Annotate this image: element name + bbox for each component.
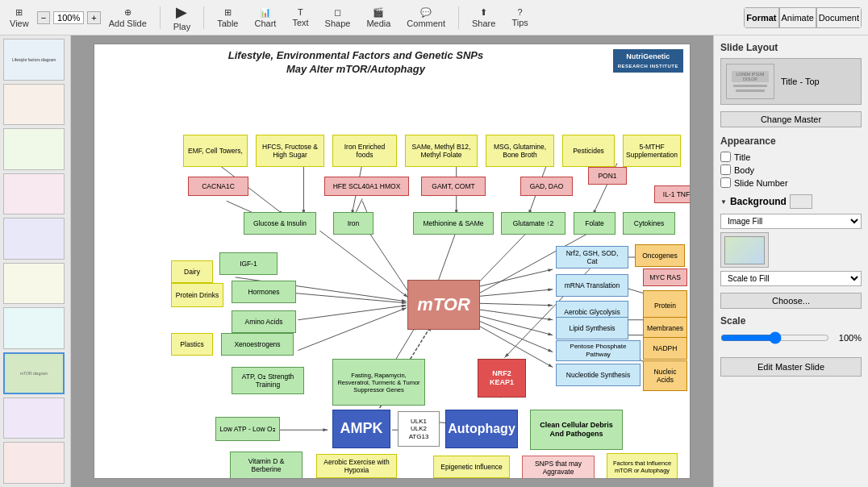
svg-line-17 — [298, 306, 406, 320]
image-fill-row: Image Fill — [720, 214, 862, 229]
scale-slider[interactable] — [720, 331, 829, 344]
ulk-box: ULK1 ULK2 ATG13 — [398, 411, 440, 447]
snps-box: SNPS that may Aggravate — [522, 456, 595, 479]
mrna-box: mRNA Translation — [556, 274, 628, 297]
format-tab[interactable]: Format — [744, 7, 778, 28]
nadph-box: NADPH — [643, 337, 687, 360]
slide-number-checkbox[interactable] — [720, 177, 731, 188]
slide-thumb-9[interactable]: 9 — [3, 398, 65, 439]
slide-layout-title: Slide Layout — [720, 42, 862, 53]
tips-button[interactable]: ? Tips — [508, 6, 531, 29]
play-button[interactable]: ▶ Play — [170, 2, 194, 33]
add-slide-button[interactable]: ⊕ Add Slide — [106, 6, 150, 30]
share-icon: ⬆ — [480, 7, 487, 18]
slide-content: Lifestyle, Environmental Factors and Gen… — [94, 44, 691, 479]
svg-line-10 — [319, 231, 408, 298]
background-color-swatch[interactable] — [790, 194, 812, 209]
title-checkbox-row: Title — [720, 152, 862, 162]
shape-icon: ◻ — [334, 7, 341, 18]
title-checkbox[interactable] — [720, 152, 731, 162]
slide-thumb-content-6 — [4, 264, 64, 304]
slide-thumb-content-5 — [4, 219, 64, 259]
view-button[interactable]: ⊞ View — [6, 6, 32, 30]
body-checkbox[interactable] — [720, 164, 731, 175]
appearance-section: Appearance Title Body Slide Number — [720, 135, 862, 188]
document-tab[interactable]: Document — [816, 7, 862, 28]
plastics-box: Plastics — [171, 333, 213, 356]
edit-master-slide-button[interactable]: Edit Master Slide — [720, 357, 862, 377]
slide-thumb-content-3 — [4, 129, 64, 169]
scale-to-fill-dropdown[interactable]: Scale to Fill — [720, 271, 862, 286]
fivemthf-box: 5-MTHF Supplementation — [623, 135, 681, 167]
nucleic-acids-box: Nucleic Acids — [643, 360, 687, 391]
emf-box: EMF, Cell Towers, — [183, 135, 248, 167]
aerobic-exercise-box: Aerobic Exercise with Hypoxia — [316, 454, 397, 478]
table-button[interactable]: ⊞ Table — [214, 6, 241, 30]
body-checkbox-row: Body — [720, 164, 862, 175]
low-atp-box: Low ATP - Low O₂ — [215, 417, 280, 441]
il1-box: IL-1 TNF — [654, 185, 691, 203]
slide-thumb-3[interactable]: 3 — [3, 128, 65, 170]
change-master-button[interactable]: Change Master — [720, 111, 862, 127]
myc-ras-box: MYC RAS — [643, 268, 687, 286]
slide-number-checkbox-label: Slide Number — [734, 178, 788, 188]
slide-thumb-content-8: mTOR diagram — [5, 354, 63, 393]
comment-button[interactable]: 💬 Comment — [403, 6, 449, 30]
glutamate-box: Glutamate ↑2 — [501, 212, 565, 235]
separator-3 — [458, 6, 459, 29]
factors-box: Factors that Influence mTOR or Autophagy — [607, 453, 678, 479]
slide-thumb-1[interactable]: 1 Lifestyle factors diagram — [3, 39, 65, 81]
hormones-box: Hormones — [232, 281, 296, 303]
methionine-box: Methionine & SAMe — [413, 212, 494, 235]
slide-thumb-6[interactable]: 6 — [3, 263, 65, 305]
igf1-box: IGF-1 — [219, 252, 278, 275]
slides-panel: 1 Lifestyle factors diagram 2 3 4 5 6 7 — [0, 35, 71, 487]
slide-thumb-content-9 — [4, 398, 64, 439]
cytokines-box: Cytokines — [623, 212, 675, 235]
choose-button[interactable]: Choose... — [720, 293, 862, 309]
text-button[interactable]: T Text — [289, 6, 311, 29]
zoom-value: 100% — [53, 11, 84, 24]
animate-tab[interactable]: Animate — [779, 7, 816, 28]
slide-title: Lifestyle, Environmental Factors and Gen… — [94, 44, 690, 80]
slide-thumb-5[interactable]: 5 — [3, 218, 65, 260]
background-header: ▼ Background — [720, 194, 862, 209]
iron-box: Iron — [333, 212, 373, 235]
vitamin-d-box: Vitamin D & Berberine — [230, 452, 303, 479]
msg-box: MSG, Glutamine, Bone Broth — [486, 135, 554, 167]
hfcs-box: HFCS, Fructose & High Sugar — [256, 135, 324, 167]
view-icon: ⊞ — [15, 7, 23, 18]
svg-line-18 — [298, 308, 406, 351]
glucose-box: Glucose & Insulin — [244, 212, 316, 235]
gad-box: GAD, DAO — [520, 177, 573, 196]
media-button[interactable]: 🎬 Media — [363, 6, 394, 30]
svg-line-11 — [368, 231, 412, 298]
image-fill-dropdown[interactable]: Image Fill — [720, 214, 862, 229]
slide-thumb-8[interactable]: 8 mTOR diagram — [3, 352, 65, 394]
slide-thumb-7[interactable]: 7 — [3, 307, 65, 349]
slide-thumb-10[interactable]: 10 — [3, 442, 65, 484]
right-panel: Slide Layout LOREM IPSUM DOLOR Title - T… — [713, 35, 868, 487]
table-icon: ⊞ — [224, 7, 232, 18]
share-button[interactable]: ⬆ Share — [469, 6, 499, 30]
scale-title: Scale — [720, 315, 862, 327]
zoom-out-button[interactable]: − — [37, 11, 50, 24]
separator-1 — [160, 6, 161, 29]
nrf2-gsh-box: Nrf2, GSH, SOD, Cat — [556, 246, 628, 268]
chart-icon: 📊 — [260, 7, 271, 18]
zoom-in-button[interactable]: + — [87, 11, 100, 24]
tips-icon: ? — [518, 7, 523, 17]
zoom-controls: − 100% + — [37, 11, 101, 24]
chart-button[interactable]: 📊 Chart — [251, 6, 279, 30]
slide-thumb-2[interactable]: 2 — [3, 84, 65, 126]
slide-thumb-content-1: Lifestyle factors diagram — [4, 40, 64, 80]
layout-thumb-preview — [720, 232, 862, 268]
appearance-title: Appearance — [720, 135, 862, 147]
slide-thumb-4[interactable]: 4 — [3, 173, 65, 215]
shape-button[interactable]: ◻ Shape — [322, 6, 354, 30]
media-icon: 🎬 — [373, 7, 384, 18]
view-group: ⊞ View − 100% + ⊕ Add Slide — [6, 6, 150, 30]
fasting-box: Fasting, Rapamycin, Resveratrol, Turmeri… — [332, 359, 425, 406]
xenoestrogens-box: Xenoestrogens — [221, 333, 294, 356]
scale-section: Scale 100% — [720, 315, 862, 344]
